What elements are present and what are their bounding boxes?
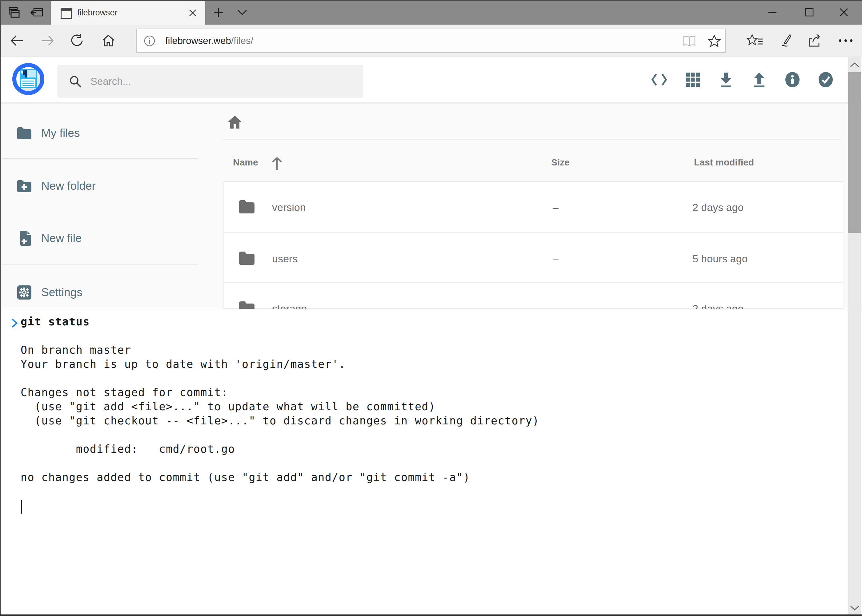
forward-button[interactable] xyxy=(35,28,60,53)
browser-tab-filebrowser[interactable]: filebrowser xyxy=(51,1,205,25)
file-size: – xyxy=(553,303,559,309)
show-tab-previews-button[interactable] xyxy=(232,0,253,25)
folder-icon xyxy=(238,200,255,214)
file-row-version[interactable]: version – 2 days ago xyxy=(224,182,843,232)
address-bar: filebrowser.web/files/ xyxy=(0,25,862,57)
share-button[interactable] xyxy=(803,28,827,53)
maximize-button[interactable] xyxy=(795,0,824,25)
file-row-users[interactable]: users – 5 hours ago xyxy=(224,233,843,284)
grid-view-button[interactable] xyxy=(681,71,705,89)
sidebar-item-new-folder[interactable]: New folder xyxy=(0,171,198,201)
settings-more-button[interactable] xyxy=(834,28,858,53)
minimize-icon xyxy=(768,8,777,17)
url-host: filebrowser.web xyxy=(165,35,231,46)
minimize-button[interactable] xyxy=(758,0,787,25)
window-border xyxy=(0,0,862,1)
sidebar-item-my-files[interactable]: My files xyxy=(0,118,198,149)
column-header-modified[interactable]: Last modified xyxy=(694,157,754,168)
terminal-output-line: On branch master xyxy=(20,343,131,357)
sidebar-item-label: New file xyxy=(41,232,82,245)
tab-title: filebrowser xyxy=(77,1,118,25)
file-plus-icon xyxy=(19,231,32,246)
url-path: /files/ xyxy=(231,35,253,46)
upload-button[interactable] xyxy=(747,71,772,89)
forward-arrow-icon xyxy=(41,35,55,46)
prompt-chevron-icon xyxy=(11,318,18,328)
sidebar-item-label: New folder xyxy=(41,179,96,193)
info-button[interactable] xyxy=(780,71,805,89)
file-list: version – 2 days ago users – 5 hours ago… xyxy=(224,181,843,309)
back-button[interactable] xyxy=(5,28,29,53)
scroll-up-button[interactable] xyxy=(848,57,861,73)
home-icon xyxy=(227,115,242,129)
filebrowser-logo[interactable] xyxy=(12,63,44,95)
back-arrow-icon xyxy=(10,35,24,46)
scrollbar-thumb[interactable] xyxy=(848,72,861,233)
app-content: My files New folder New file xyxy=(0,102,862,309)
file-size: – xyxy=(553,201,559,214)
close-icon xyxy=(189,9,197,17)
set-tabs-aside-icon xyxy=(30,6,44,19)
chevron-down-icon xyxy=(237,9,247,16)
shell-toggle-button[interactable] xyxy=(647,71,671,89)
sidebar-item-new-file[interactable]: New file xyxy=(0,223,198,254)
download-button[interactable] xyxy=(714,71,738,89)
home-icon xyxy=(102,34,115,47)
file-modified: 5 hours ago xyxy=(692,253,748,265)
file-name: storage xyxy=(272,303,307,309)
file-modified: 2 days ago xyxy=(692,303,744,309)
file-modified: 2 days ago xyxy=(692,201,744,214)
sidebar-item-settings[interactable]: Settings xyxy=(0,277,198,308)
pen-icon xyxy=(778,33,793,48)
hub-star-list-icon xyxy=(747,34,763,47)
tab-favicon-icon xyxy=(61,8,72,19)
window-close-button[interactable] xyxy=(829,0,858,25)
chevron-down-icon xyxy=(850,605,859,610)
sidebar-item-label: Settings xyxy=(41,286,82,299)
reading-view-icon[interactable] xyxy=(682,35,696,46)
sort-ascending-icon[interactable] xyxy=(271,156,283,171)
info-icon xyxy=(785,72,800,88)
favorite-star-icon[interactable] xyxy=(708,35,721,47)
url-divider xyxy=(160,33,160,49)
favorites-hub-button[interactable] xyxy=(742,28,767,53)
code-icon xyxy=(651,73,667,86)
select-multiple-button[interactable] xyxy=(813,71,838,89)
set-tabs-aside-button[interactable] xyxy=(26,0,47,25)
tab-preview-button[interactable] xyxy=(2,0,24,25)
folder-icon xyxy=(238,301,255,309)
terminal-output-line: (use "git add <file>..." to update what … xyxy=(20,399,435,414)
search-bar[interactable] xyxy=(57,65,364,98)
terminal-panel[interactable]: git status On branch master Your branch … xyxy=(0,309,862,616)
chevron-up-icon xyxy=(850,63,859,68)
site-info-icon[interactable] xyxy=(144,35,155,47)
url-field[interactable]: filebrowser.web/files/ xyxy=(136,28,726,53)
folder-icon xyxy=(238,251,255,265)
refresh-button[interactable] xyxy=(65,28,89,53)
scroll-down-button[interactable] xyxy=(848,600,861,616)
terminal-output-line: modified: cmd/root.go xyxy=(20,442,235,456)
search-input[interactable] xyxy=(90,75,337,87)
page-scrollbar[interactable] xyxy=(848,57,861,616)
sidebar-item-label: My files xyxy=(41,127,80,140)
sidebar-divider xyxy=(2,264,198,265)
browser-titlebar: filebrowser xyxy=(0,0,862,25)
file-row-storage[interactable]: storage – 2 days ago xyxy=(224,283,843,309)
home-button[interactable] xyxy=(96,28,121,53)
file-name: users xyxy=(272,253,298,265)
terminal-output-line: Changes not staged for commit: xyxy=(20,385,228,399)
column-header-size[interactable]: Size xyxy=(551,157,570,168)
plus-icon xyxy=(213,7,224,17)
download-icon xyxy=(719,72,733,87)
column-header-name[interactable]: Name xyxy=(233,157,258,168)
terminal-command: git status xyxy=(20,314,90,329)
floppy-disk-icon xyxy=(20,69,37,88)
tab-close-button[interactable] xyxy=(186,6,199,19)
breadcrumb-home-button[interactable] xyxy=(225,113,244,131)
terminal-output-line: Your branch is up to date with 'origin/m… xyxy=(20,357,346,371)
folder-plus-icon xyxy=(17,179,32,193)
web-note-button[interactable] xyxy=(773,28,797,53)
window-border xyxy=(0,0,1,616)
new-tab-button[interactable] xyxy=(208,0,229,25)
terminal-cursor[interactable] xyxy=(21,500,22,514)
